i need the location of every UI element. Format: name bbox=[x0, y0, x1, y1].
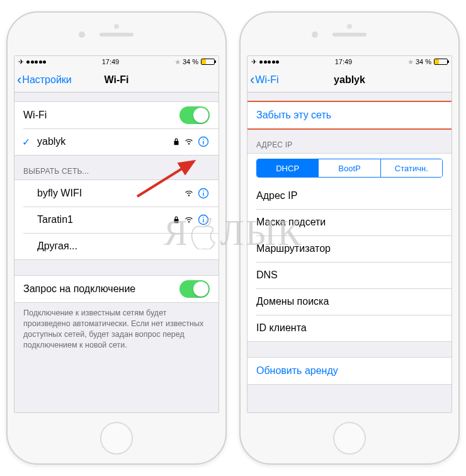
phone-camera bbox=[79, 31, 85, 38]
ip-address-row[interactable]: Адрес IP bbox=[247, 183, 452, 209]
forget-label: Забыть эту сеть bbox=[256, 110, 443, 121]
router-row[interactable]: Маршрутизатор bbox=[247, 235, 452, 262]
detail-content[interactable]: Забыть эту сеть АДРЕС IP DHCP BootP Стат… bbox=[247, 93, 452, 412]
wifi-icon bbox=[185, 137, 193, 146]
screen-wifi-list: ✈ 17:49 ✯ 34 % ‹ Настройки Wi-Fi Wi-Fi bbox=[14, 55, 219, 413]
back-button[interactable]: ‹ Wi-Fi bbox=[247, 73, 279, 87]
signal-dots-icon bbox=[26, 60, 46, 64]
lock-icon bbox=[172, 137, 181, 146]
back-label: Wi-Fi bbox=[255, 74, 278, 86]
ip-address-header: АДРЕС IP bbox=[247, 129, 452, 153]
airplane-icon: ✈ bbox=[18, 58, 24, 66]
phone-sensor bbox=[347, 24, 352, 29]
ip-mode-segmented[interactable]: DHCP BootP Статичн. bbox=[256, 159, 443, 178]
home-button[interactable] bbox=[100, 422, 133, 455]
renew-label: Обновить аренду bbox=[256, 365, 443, 377]
status-bar: ✈ 17:49 ✯ 34 % bbox=[247, 56, 452, 67]
phone-speaker bbox=[99, 33, 134, 37]
row-label: Домены поиска bbox=[256, 296, 443, 307]
settings-content[interactable]: Wi-Fi ✓ yablyk bbox=[14, 93, 219, 412]
networks-group: byfly WIFI Taratin1 Другая... bbox=[14, 179, 219, 260]
screen-network-detail: ✈ 17:49 ✯ 34 % ‹ Wi-Fi yablyk Забыть эту… bbox=[247, 55, 452, 413]
wifi-icon bbox=[185, 215, 193, 224]
wifi-switch[interactable] bbox=[179, 106, 210, 124]
ask-label: Запрос на подключение bbox=[23, 283, 179, 295]
forget-network-group: Забыть эту сеть bbox=[247, 101, 452, 129]
phone-sensor bbox=[114, 24, 119, 29]
bluetooth-icon: ✯ bbox=[175, 59, 180, 65]
battery-pct: 34 % bbox=[416, 58, 431, 65]
wifi-icon bbox=[185, 189, 193, 198]
ask-switch[interactable] bbox=[179, 280, 210, 298]
info-icon[interactable] bbox=[197, 213, 210, 226]
connected-label: yablyk bbox=[37, 136, 172, 147]
row-label: ID клиента bbox=[256, 322, 443, 334]
row-label: Маршрутизатор bbox=[256, 243, 443, 254]
seg-dhcp[interactable]: DHCP bbox=[257, 159, 318, 177]
other-label: Другая... bbox=[37, 241, 210, 252]
wifi-toggle-group: Wi-Fi ✓ yablyk bbox=[14, 101, 219, 156]
network-row[interactable]: Taratin1 bbox=[14, 207, 219, 233]
row-label: DNS bbox=[256, 269, 443, 281]
battery-icon bbox=[201, 59, 215, 65]
back-label: Настройки bbox=[22, 74, 71, 86]
renew-group: Обновить аренду bbox=[247, 357, 452, 385]
seg-bootp[interactable]: BootP bbox=[318, 159, 380, 177]
row-label: Маска подсети bbox=[256, 217, 443, 228]
phone-camera bbox=[312, 31, 318, 38]
nav-bar: ‹ Wi-Fi yablyk bbox=[247, 67, 452, 93]
bluetooth-icon: ✯ bbox=[408, 59, 413, 65]
ask-group: Запрос на подключение bbox=[14, 275, 219, 303]
checkmark-icon: ✓ bbox=[22, 136, 30, 148]
renew-lease-row[interactable]: Обновить аренду bbox=[247, 358, 452, 384]
svg-point-5 bbox=[203, 190, 204, 191]
wifi-toggle-row[interactable]: Wi-Fi bbox=[14, 102, 219, 128]
ask-to-join-row[interactable]: Запрос на подключение bbox=[14, 276, 219, 302]
phone-right: ✈ 17:49 ✯ 34 % ‹ Wi-Fi yablyk Забыть эту… bbox=[239, 11, 460, 465]
ip-group: DHCP BootP Статичн. Адрес IP Маска подсе… bbox=[247, 153, 452, 342]
wifi-label: Wi-Fi bbox=[23, 110, 179, 121]
phone-left: ✈ 17:49 ✯ 34 % ‹ Настройки Wi-Fi Wi-Fi bbox=[6, 11, 227, 465]
connected-network-row[interactable]: ✓ yablyk bbox=[14, 128, 219, 155]
forget-network-row[interactable]: Забыть эту сеть bbox=[247, 102, 452, 128]
info-icon[interactable] bbox=[197, 187, 210, 200]
network-label: byfly WIFI bbox=[37, 188, 185, 199]
battery-pct: 34 % bbox=[183, 58, 198, 65]
home-button[interactable] bbox=[333, 422, 366, 455]
network-row[interactable]: byfly WIFI bbox=[14, 180, 219, 207]
airplane-icon: ✈ bbox=[251, 58, 257, 66]
network-label: Taratin1 bbox=[37, 214, 172, 225]
status-time: 17:49 bbox=[102, 58, 120, 65]
seg-static[interactable]: Статичн. bbox=[380, 159, 442, 177]
svg-point-8 bbox=[203, 217, 204, 218]
subnet-mask-row[interactable]: Маска подсети bbox=[247, 209, 452, 235]
svg-point-2 bbox=[203, 139, 204, 140]
status-bar: ✈ 17:49 ✯ 34 % bbox=[14, 56, 219, 67]
phone-speaker bbox=[332, 33, 367, 37]
row-label: Адрес IP bbox=[256, 190, 443, 201]
ask-footer-note: Подключение к известным сетям будет прои… bbox=[14, 303, 219, 360]
status-time: 17:49 bbox=[335, 58, 353, 65]
signal-dots-icon bbox=[259, 60, 279, 64]
nav-bar: ‹ Настройки Wi-Fi bbox=[14, 67, 219, 93]
other-network-row[interactable]: Другая... bbox=[14, 233, 219, 259]
info-icon[interactable] bbox=[197, 135, 210, 148]
dns-row[interactable]: DNS bbox=[247, 262, 452, 288]
battery-icon bbox=[434, 59, 448, 65]
chevron-left-icon: ‹ bbox=[17, 73, 21, 87]
chevron-left-icon: ‹ bbox=[250, 73, 254, 87]
search-domains-row[interactable]: Домены поиска bbox=[247, 288, 452, 315]
lock-icon bbox=[172, 215, 181, 224]
client-id-row[interactable]: ID клиента bbox=[247, 315, 452, 341]
choose-network-header: ВЫБРАТЬ СЕТЬ... bbox=[14, 156, 219, 179]
back-button[interactable]: ‹ Настройки bbox=[14, 73, 72, 87]
